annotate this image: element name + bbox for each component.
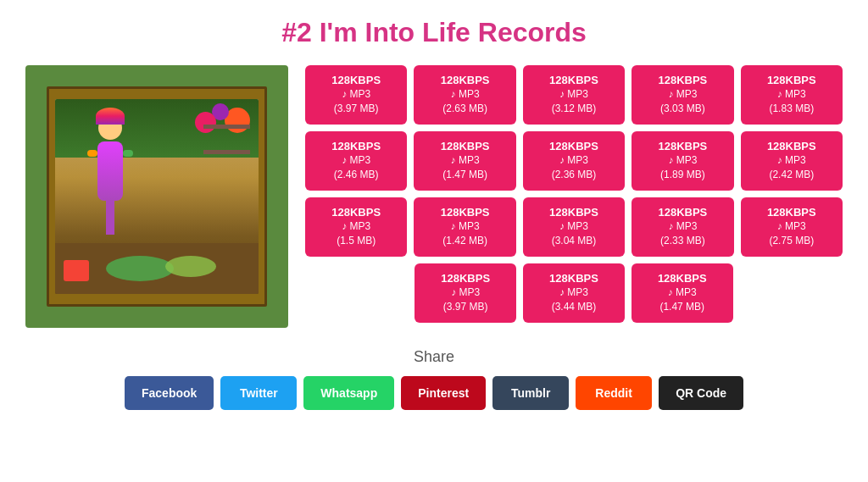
track-card[interactable]: 128KBPS ♪ MP3 (2.75 MB)	[741, 197, 843, 257]
album-cover	[25, 65, 288, 328]
facebook-button[interactable]: Facebook	[125, 376, 214, 410]
tracks-section: 128KBPS ♪ MP3 (3.97 MB) 128KBPS ♪ MP3 (2…	[305, 65, 843, 323]
album-cover-inner	[47, 86, 267, 307]
track-card[interactable]: 128KBPS ♪ MP3 (3.04 MB)	[523, 197, 625, 257]
track-card[interactable]: 128KBPS ♪ MP3 (1.47 MB)	[414, 131, 515, 191]
track-card[interactable]: 128KBPS ♪ MP3 (1.47 MB)	[632, 263, 733, 323]
track-card[interactable]: 128KBPS ♪ MP3 (3.97 MB)	[305, 65, 407, 125]
page-container: #2 I'm Into Life Records	[0, 0, 868, 435]
track-card[interactable]: 128KBPS ♪ MP3 (2.63 MB)	[414, 65, 515, 125]
share-label: Share	[25, 348, 843, 366]
twitter-button[interactable]: Twitter	[220, 376, 297, 410]
track-card[interactable]: 128KBPS ♪ MP3 (2.33 MB)	[632, 197, 733, 257]
track-card[interactable]: 128KBPS ♪ MP3 (3.03 MB)	[632, 65, 733, 125]
track-card[interactable]: 128KBPS ♪ MP3 (3.12 MB)	[523, 65, 625, 125]
share-section: Share Facebook Twitter Whatsapp Pinteres…	[25, 348, 843, 410]
track-card[interactable]: 128KBPS ♪ MP3 (1.89 MB)	[632, 131, 733, 191]
reddit-button[interactable]: Reddit	[576, 376, 652, 410]
track-card[interactable]: 128KBPS ♪ MP3 (1.42 MB)	[414, 197, 515, 257]
share-buttons: Facebook Twitter Whatsapp Pinterest Tumb…	[25, 376, 843, 410]
track-card[interactable]: 128KBPS ♪ MP3 (1.83 MB)	[741, 65, 843, 125]
album-inner-scene	[55, 99, 259, 294]
tracks-grid: 128KBPS ♪ MP3 (3.97 MB) 128KBPS ♪ MP3 (2…	[305, 65, 843, 257]
tracks-row4: 128KBPS ♪ MP3 (3.97 MB) 128KBPS ♪ MP3 (3…	[305, 263, 843, 323]
whatsapp-button[interactable]: Whatsapp	[303, 376, 394, 410]
track-card[interactable]: 128KBPS ♪ MP3 (2.46 MB)	[305, 131, 407, 191]
track-card[interactable]: 128KBPS ♪ MP3 (1.5 MB)	[305, 197, 407, 257]
qrcode-button[interactable]: QR Code	[659, 376, 743, 410]
tumblr-button[interactable]: Tumblr	[492, 376, 569, 410]
content-area: 128KBPS ♪ MP3 (3.97 MB) 128KBPS ♪ MP3 (2…	[25, 65, 843, 328]
pinterest-button[interactable]: Pinterest	[401, 376, 486, 410]
track-card[interactable]: 128KBPS ♪ MP3 (3.97 MB)	[415, 263, 516, 323]
track-card[interactable]: 128KBPS ♪ MP3 (2.36 MB)	[523, 131, 625, 191]
page-title: #2 I'm Into Life Records	[25, 17, 843, 48]
track-card[interactable]: 128KBPS ♪ MP3 (3.44 MB)	[523, 263, 625, 323]
track-card[interactable]: 128KBPS ♪ MP3 (2.42 MB)	[741, 131, 843, 191]
